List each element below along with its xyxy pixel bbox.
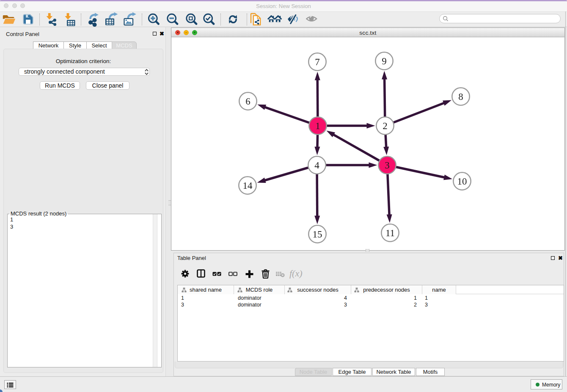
svg-text:11: 11 [385,228,395,238]
svg-text:1: 1 [315,121,320,131]
svg-text:14: 14 [243,180,253,191]
svg-text:3: 3 [385,160,390,171]
svg-text:15: 15 [313,229,322,240]
svg-text:7: 7 [315,57,320,67]
svg-text:2: 2 [383,121,388,131]
svg-text:6: 6 [245,96,250,107]
svg-text:9: 9 [382,56,387,66]
svg-text:10: 10 [457,176,467,187]
svg-text:8: 8 [458,91,463,102]
svg-text:4: 4 [314,160,319,171]
